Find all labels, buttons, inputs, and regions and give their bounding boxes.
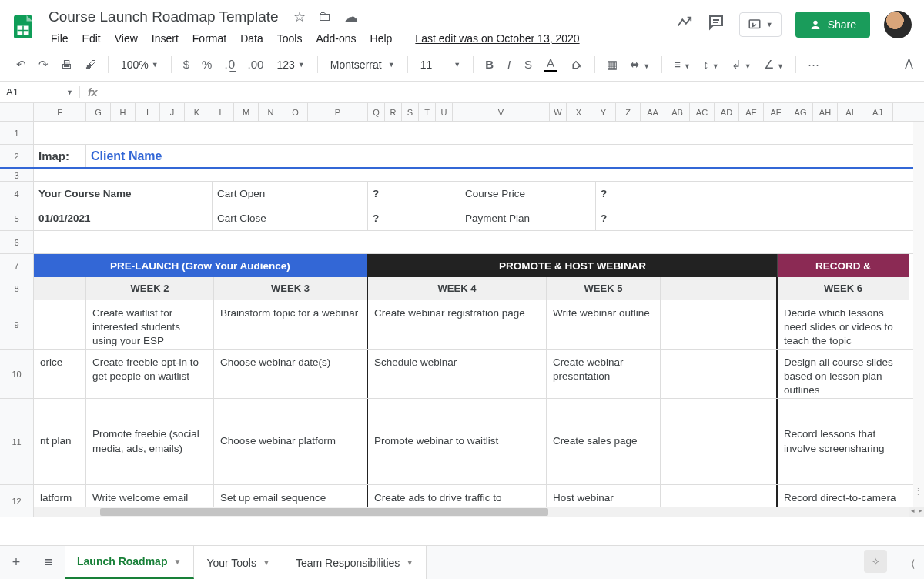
- cell[interactable]: Schedule webinar: [368, 350, 547, 398]
- section-record[interactable]: RECORD &: [778, 254, 909, 277]
- cell[interactable]: Decide which lessons need slides or vide…: [778, 300, 909, 349]
- column-header[interactable]: P: [308, 103, 368, 121]
- scroll-left-button[interactable]: ◂: [909, 507, 916, 517]
- column-header[interactable]: N: [259, 103, 283, 121]
- cell[interactable]: [661, 350, 778, 398]
- column-header[interactable]: G: [86, 103, 111, 121]
- column-header[interactable]: T: [419, 103, 436, 121]
- column-header[interactable]: K: [185, 103, 209, 121]
- star-icon[interactable]: ☆: [293, 8, 306, 25]
- column-header[interactable]: AG: [788, 103, 813, 121]
- cell[interactable]: [661, 277, 778, 300]
- cell[interactable]: ?: [596, 206, 909, 230]
- merge-button[interactable]: ⬌ ▼: [624, 53, 655, 76]
- chevron-down-icon[interactable]: ▼: [173, 557, 181, 566]
- add-sheet-button[interactable]: +: [0, 554, 32, 571]
- week-header[interactable]: WEEK 4: [368, 277, 547, 300]
- cell[interactable]: 01/01/2021: [34, 206, 213, 230]
- column-header[interactable]: X: [567, 103, 591, 121]
- text-color-button[interactable]: A: [539, 52, 562, 77]
- currency-button[interactable]: $: [178, 53, 195, 75]
- cell[interactable]: ?: [368, 206, 460, 230]
- column-header[interactable]: I: [136, 103, 160, 121]
- cell[interactable]: Write webinar outline: [547, 300, 661, 349]
- share-button[interactable]: Share: [795, 12, 870, 38]
- row-header[interactable]: 1: [0, 122, 34, 144]
- more-tools-button[interactable]: ⋯: [802, 53, 825, 76]
- column-header[interactable]: R: [385, 103, 402, 121]
- row-header[interactable]: 3: [0, 169, 34, 181]
- italic-button[interactable]: I: [500, 53, 517, 75]
- column-header[interactable]: Z: [616, 103, 641, 121]
- column-header[interactable]: F: [34, 103, 86, 121]
- explore-button[interactable]: ✧: [864, 550, 887, 573]
- comments-icon[interactable]: [707, 13, 725, 36]
- row-header[interactable]: 6: [0, 231, 34, 253]
- column-header[interactable]: Q: [368, 103, 385, 121]
- column-header[interactable]: AE: [739, 103, 764, 121]
- cell-client-name[interactable]: Client Name: [86, 145, 909, 167]
- menu-insert[interactable]: Insert: [146, 29, 185, 48]
- side-panel-toggle[interactable]: ⟨: [911, 557, 915, 570]
- cell[interactable]: Cart Close: [213, 206, 368, 230]
- cell[interactable]: Promote freebie (social media, ads, emai…: [86, 399, 214, 484]
- activity-icon[interactable]: [676, 14, 693, 35]
- column-header[interactable]: L: [209, 103, 234, 121]
- cell[interactable]: Create webinar registration page: [368, 300, 547, 349]
- cell[interactable]: Imap:: [34, 145, 86, 167]
- row-header[interactable]: 4: [0, 182, 34, 206]
- cell[interactable]: Choose webinar date(s): [214, 350, 368, 398]
- cell[interactable]: Create freebie opt-in to get people on w…: [86, 350, 214, 398]
- present-button[interactable]: ▼: [739, 12, 782, 37]
- percent-button[interactable]: %: [196, 53, 217, 75]
- week-header[interactable]: WEEK 5: [547, 277, 661, 300]
- cell[interactable]: Your Course Name: [34, 182, 213, 206]
- v-align-button[interactable]: ↕ ▼: [698, 53, 725, 75]
- column-headers[interactable]: FGHIJKLMNOPQRSTUVWXYZAAABACADAEAFAGAHAIA…: [0, 103, 924, 122]
- section-webinar[interactable]: PROMOTE & HOST WEBINAR: [368, 254, 778, 277]
- all-sheets-button[interactable]: ≡: [32, 554, 65, 571]
- cell[interactable]: [661, 300, 778, 349]
- menu-addons[interactable]: Add-ons: [310, 29, 362, 48]
- move-icon[interactable]: 🗀: [318, 8, 332, 25]
- row-header[interactable]: 2: [0, 145, 34, 167]
- chevron-down-icon[interactable]: ▼: [406, 558, 413, 567]
- menu-tools[interactable]: Tools: [271, 29, 309, 48]
- column-header[interactable]: AF: [764, 103, 788, 121]
- column-header[interactable]: AH: [813, 103, 838, 121]
- horizontal-scrollbar[interactable]: [34, 507, 909, 517]
- cloud-status-icon[interactable]: ☁: [344, 8, 358, 25]
- sheets-logo[interactable]: [9, 9, 37, 45]
- fill-color-button[interactable]: [564, 52, 588, 77]
- cell[interactable]: [34, 300, 86, 349]
- bold-button[interactable]: B: [480, 53, 499, 75]
- cell[interactable]: Record lessons that involve screensharin…: [778, 399, 909, 484]
- menu-edit[interactable]: Edit: [76, 29, 107, 48]
- column-header[interactable]: AD: [715, 103, 739, 121]
- cell[interactable]: [661, 399, 778, 484]
- cell[interactable]: Choose webinar platform: [214, 399, 368, 484]
- menu-view[interactable]: View: [109, 29, 144, 48]
- column-header[interactable]: AA: [641, 103, 665, 121]
- column-header[interactable]: AI: [838, 103, 862, 121]
- font-select[interactable]: Montserrat▼: [324, 55, 401, 74]
- rotate-button[interactable]: ∠ ▼: [758, 53, 789, 76]
- formula-input[interactable]: [105, 83, 924, 101]
- undo-button[interactable]: ↶: [11, 53, 32, 76]
- week-header[interactable]: WEEK 2: [86, 277, 214, 300]
- row-header[interactable]: 10: [0, 350, 34, 398]
- cell[interactable]: nt plan: [34, 399, 86, 484]
- column-header[interactable]: J: [160, 103, 185, 121]
- row-header[interactable]: 5: [0, 206, 34, 230]
- column-header[interactable]: Y: [591, 103, 616, 121]
- decrease-decimal-button[interactable]: .0̲: [219, 53, 240, 76]
- section-prelaunch[interactable]: PRE-LAUNCH (Grow Your Audience): [34, 254, 368, 277]
- borders-button[interactable]: ▦: [601, 53, 623, 76]
- row-header[interactable]: 9: [0, 300, 34, 349]
- sheet-tab-team-responsibilities[interactable]: Team Responsibilities▼: [283, 546, 427, 579]
- cell[interactable]: Design all course slides based on lesson…: [778, 350, 909, 398]
- menu-help[interactable]: Help: [364, 29, 399, 48]
- week-header[interactable]: WEEK 3: [214, 277, 368, 300]
- paint-format-button[interactable]: 🖌: [79, 53, 102, 75]
- column-header[interactable]: V: [453, 103, 550, 121]
